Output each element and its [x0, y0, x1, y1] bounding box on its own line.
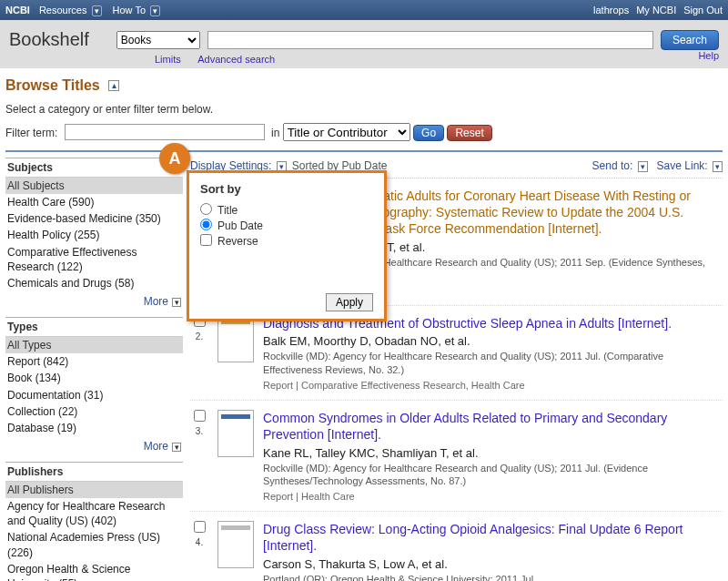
- database-select[interactable]: Books: [116, 31, 200, 49]
- result-authors: Carson S, Thakurta S, Low A, et al.: [263, 557, 723, 571]
- go-button[interactable]: Go: [413, 125, 444, 141]
- facet-item[interactable]: Collection (22): [5, 403, 183, 420]
- sort-option-title[interactable]: Title: [200, 203, 373, 217]
- result-title-link[interactable]: Common Syndromes in Older Adults Related…: [263, 411, 667, 442]
- facet-item[interactable]: Comparative Effectiveness Research (122): [5, 244, 183, 275]
- facet-item[interactable]: Health Policy (255): [5, 227, 183, 243]
- facet-sidebar: SubjectsAll SubjectsHealth Care (590)Evi…: [0, 152, 187, 581]
- result-check-col: 4.: [190, 521, 208, 581]
- result-checkbox[interactable]: [194, 410, 206, 422]
- facet-item[interactable]: Agency for Healthcare Research and Quali…: [5, 498, 183, 529]
- sort-checkbox-reverse[interactable]: [200, 234, 212, 246]
- sort-option-pubdate[interactable]: Pub Date: [200, 219, 373, 232]
- sort-option-reverse[interactable]: Reverse: [200, 234, 373, 248]
- facet-block: PublishersAll PublishersAgency for Healt…: [5, 462, 183, 581]
- chevron-down-icon: ▾: [172, 298, 181, 307]
- facet-block: SubjectsAll SubjectsHealth Care (590)Evi…: [5, 158, 183, 308]
- thumbnail-accent: [221, 414, 250, 419]
- facet-header: Subjects: [5, 158, 183, 178]
- result-source: Rockville (MD): Agency for Healthcare Re…: [263, 350, 723, 377]
- facet-selected[interactable]: All Types: [5, 337, 183, 353]
- collapse-toggle[interactable]: ▴: [108, 80, 119, 91]
- result-meta: Drug Class Review: Long-Acting Opioid An…: [263, 521, 723, 581]
- chevron-down-icon: ▾: [713, 161, 723, 172]
- browse-header-row: Browse Titles ▴: [0, 68, 728, 94]
- facet-item[interactable]: Book (134): [5, 370, 183, 386]
- browse-title: Browse Titles: [5, 77, 100, 93]
- result-authors: Kane RL, Talley KMC, Shamliyan T, et al.: [263, 446, 723, 460]
- send-to-label: Send to:: [592, 159, 633, 172]
- facet-header: Types: [5, 317, 183, 337]
- thumbnail-accent: [221, 525, 250, 530]
- filter-instruction: Select a category or enter filter term b…: [5, 103, 723, 116]
- facet-block: TypesAll TypesReport (842)Book (134)Docu…: [5, 317, 183, 453]
- chevron-down-icon: ▾: [150, 5, 160, 16]
- ncbi-logo[interactable]: NCBI: [5, 5, 30, 15]
- result-row: 4.Drug Class Review: Long-Acting Opioid …: [190, 512, 723, 581]
- result-meta: Diagnosis and Treatment of Obstructive S…: [263, 315, 723, 391]
- advanced-search-link[interactable]: Advanced search: [197, 54, 275, 65]
- facet-more-link[interactable]: More: [144, 295, 168, 308]
- sort-radio-title-label: Title: [217, 204, 238, 217]
- result-thumbnail[interactable]: [217, 315, 254, 362]
- topbar-resources[interactable]: Resources ▾: [39, 5, 102, 15]
- sort-checkbox-reverse-label: Reverse: [217, 235, 258, 248]
- result-tags: Report | Comparative Effectiveness Resea…: [263, 380, 723, 391]
- filter-row: Select a category or enter filter term b…: [0, 94, 728, 147]
- result-meta: Common Syndromes in Older Adults Related…: [263, 410, 723, 502]
- sort-radio-pubdate-label: Pub Date: [217, 219, 263, 232]
- result-number: 2.: [190, 331, 208, 341]
- result-check-col: 2.: [190, 315, 208, 391]
- result-tags: Report | Health Care: [263, 491, 723, 502]
- filter-scope-select[interactable]: Title or Contributor: [283, 123, 410, 141]
- result-thumbnail[interactable]: [217, 410, 254, 457]
- facet-item[interactable]: Chemicals and Drugs (58): [5, 275, 183, 291]
- topbar-username[interactable]: lathrops: [593, 5, 629, 15]
- result-source: Portland (OR): Oregon Health & Science U…: [263, 573, 723, 581]
- ncbi-topbar: NCBI Resources ▾ How To ▾ lathrops My NC…: [0, 0, 728, 20]
- sort-radio-title[interactable]: [200, 203, 212, 215]
- app-title: Bookshelf: [9, 29, 89, 50]
- result-number: 4.: [190, 537, 208, 547]
- result-thumbnail[interactable]: [217, 521, 254, 568]
- facet-item[interactable]: Database (19): [5, 420, 183, 436]
- search-button[interactable]: Search: [661, 30, 719, 50]
- topbar-myncbi[interactable]: My NCBI: [636, 5, 676, 15]
- facet-item[interactable]: National Academies Press (US) (226): [5, 529, 183, 560]
- in-label: in: [271, 127, 279, 139]
- facet-selected[interactable]: All Publishers: [5, 482, 183, 498]
- search-input[interactable]: [207, 31, 653, 49]
- result-authors: Balk EM, Moorthy D, Obadan NO, et al.: [263, 334, 723, 348]
- limits-link[interactable]: Limits: [155, 54, 181, 65]
- topbar-resources-label: Resources: [39, 5, 87, 15]
- facet-item[interactable]: Report (842): [5, 353, 183, 370]
- topbar-howto-label: How To: [113, 5, 146, 15]
- topbar-howto[interactable]: How To ▾: [113, 5, 161, 15]
- facet-item[interactable]: Documentation (31): [5, 387, 183, 403]
- chevron-down-icon: ▾: [172, 443, 181, 452]
- result-checkbox[interactable]: [194, 521, 206, 533]
- sort-popup: Sort by Title Pub Date Reverse Apply: [187, 170, 387, 321]
- help-link[interactable]: Help: [698, 50, 719, 61]
- facet-more-row: More▾: [5, 436, 183, 453]
- facet-item[interactable]: Evidence-based Medicine (350): [5, 210, 183, 227]
- save-link-label: Save Link:: [657, 159, 708, 172]
- send-to-link[interactable]: Send to: ▾: [592, 159, 648, 172]
- facet-selected[interactable]: All Subjects: [5, 178, 183, 194]
- result-source: Rockville (MD): Agency for Healthcare Re…: [263, 462, 723, 489]
- callout-a: A: [159, 143, 190, 174]
- results-region: Display Settings: ▾ Sorted by Pub Date S…: [187, 152, 728, 581]
- sort-radio-pubdate[interactable]: [200, 219, 212, 230]
- reset-button[interactable]: Reset: [447, 125, 491, 141]
- sort-popup-header: Sort by: [200, 182, 373, 196]
- facet-item[interactable]: Oregon Health & Science University (55): [5, 561, 183, 581]
- topbar-signout[interactable]: Sign Out: [683, 5, 723, 15]
- result-row: 3.Common Syndromes in Older Adults Relat…: [190, 401, 723, 512]
- facet-item[interactable]: Health Care (590): [5, 194, 183, 210]
- save-link-link[interactable]: Save Link: ▾: [657, 159, 723, 172]
- facet-more-link[interactable]: More: [144, 440, 168, 453]
- apply-button[interactable]: Apply: [326, 293, 373, 311]
- result-title-link[interactable]: Drug Class Review: Long-Acting Opioid An…: [263, 522, 682, 553]
- filter-term-label: Filter term:: [5, 127, 57, 139]
- filter-term-input[interactable]: [65, 124, 265, 140]
